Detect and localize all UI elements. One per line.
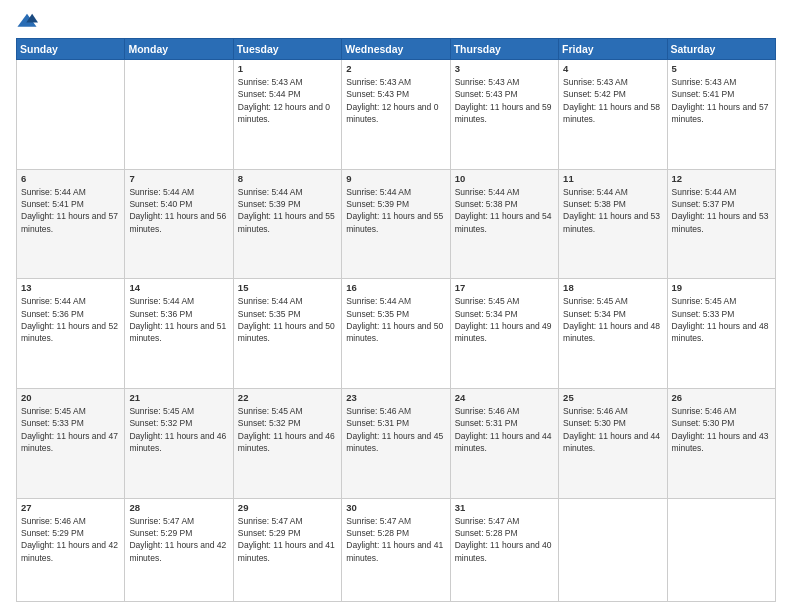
day-info: Sunrise: 5:44 AMSunset: 5:37 PMDaylight:… xyxy=(672,186,771,235)
calendar-cell: 5Sunrise: 5:43 AMSunset: 5:41 PMDaylight… xyxy=(667,60,775,170)
day-number: 24 xyxy=(455,392,554,403)
day-number: 18 xyxy=(563,282,662,293)
day-number: 3 xyxy=(455,63,554,74)
calendar-cell: 26Sunrise: 5:46 AMSunset: 5:30 PMDayligh… xyxy=(667,389,775,499)
calendar-cell: 22Sunrise: 5:45 AMSunset: 5:32 PMDayligh… xyxy=(233,389,341,499)
day-info: Sunrise: 5:45 AMSunset: 5:33 PMDaylight:… xyxy=(21,405,120,454)
day-number: 16 xyxy=(346,282,445,293)
day-number: 26 xyxy=(672,392,771,403)
day-number: 31 xyxy=(455,502,554,513)
calendar-cell: 20Sunrise: 5:45 AMSunset: 5:33 PMDayligh… xyxy=(17,389,125,499)
day-number: 15 xyxy=(238,282,337,293)
calendar-cell: 25Sunrise: 5:46 AMSunset: 5:30 PMDayligh… xyxy=(559,389,667,499)
day-number: 17 xyxy=(455,282,554,293)
day-info: Sunrise: 5:44 AMSunset: 5:35 PMDaylight:… xyxy=(346,295,445,344)
calendar-cell: 11Sunrise: 5:44 AMSunset: 5:38 PMDayligh… xyxy=(559,169,667,279)
day-info: Sunrise: 5:44 AMSunset: 5:38 PMDaylight:… xyxy=(563,186,662,235)
day-number: 7 xyxy=(129,173,228,184)
calendar-cell: 16Sunrise: 5:44 AMSunset: 5:35 PMDayligh… xyxy=(342,279,450,389)
calendar-header-sunday: Sunday xyxy=(17,39,125,60)
calendar-header-friday: Friday xyxy=(559,39,667,60)
calendar-week-row: 13Sunrise: 5:44 AMSunset: 5:36 PMDayligh… xyxy=(17,279,776,389)
header xyxy=(16,12,776,30)
calendar-header-saturday: Saturday xyxy=(667,39,775,60)
day-info: Sunrise: 5:44 AMSunset: 5:41 PMDaylight:… xyxy=(21,186,120,235)
day-info: Sunrise: 5:43 AMSunset: 5:43 PMDaylight:… xyxy=(455,76,554,125)
day-number: 23 xyxy=(346,392,445,403)
day-info: Sunrise: 5:46 AMSunset: 5:30 PMDaylight:… xyxy=(563,405,662,454)
day-info: Sunrise: 5:44 AMSunset: 5:36 PMDaylight:… xyxy=(21,295,120,344)
calendar-page: SundayMondayTuesdayWednesdayThursdayFrid… xyxy=(0,0,792,612)
day-info: Sunrise: 5:45 AMSunset: 5:32 PMDaylight:… xyxy=(238,405,337,454)
logo-icon xyxy=(16,12,38,30)
day-number: 14 xyxy=(129,282,228,293)
calendar-cell: 24Sunrise: 5:46 AMSunset: 5:31 PMDayligh… xyxy=(450,389,558,499)
calendar-cell: 30Sunrise: 5:47 AMSunset: 5:28 PMDayligh… xyxy=(342,498,450,601)
day-info: Sunrise: 5:43 AMSunset: 5:42 PMDaylight:… xyxy=(563,76,662,125)
calendar-week-row: 27Sunrise: 5:46 AMSunset: 5:29 PMDayligh… xyxy=(17,498,776,601)
day-number: 6 xyxy=(21,173,120,184)
calendar-week-row: 20Sunrise: 5:45 AMSunset: 5:33 PMDayligh… xyxy=(17,389,776,499)
calendar-cell: 10Sunrise: 5:44 AMSunset: 5:38 PMDayligh… xyxy=(450,169,558,279)
calendar-header-row: SundayMondayTuesdayWednesdayThursdayFrid… xyxy=(17,39,776,60)
calendar-cell: 13Sunrise: 5:44 AMSunset: 5:36 PMDayligh… xyxy=(17,279,125,389)
calendar-cell: 2Sunrise: 5:43 AMSunset: 5:43 PMDaylight… xyxy=(342,60,450,170)
logo xyxy=(16,12,42,30)
calendar-cell: 29Sunrise: 5:47 AMSunset: 5:29 PMDayligh… xyxy=(233,498,341,601)
day-number: 29 xyxy=(238,502,337,513)
calendar-header-monday: Monday xyxy=(125,39,233,60)
day-info: Sunrise: 5:44 AMSunset: 5:39 PMDaylight:… xyxy=(346,186,445,235)
day-info: Sunrise: 5:47 AMSunset: 5:28 PMDaylight:… xyxy=(455,515,554,564)
calendar-cell: 8Sunrise: 5:44 AMSunset: 5:39 PMDaylight… xyxy=(233,169,341,279)
day-info: Sunrise: 5:44 AMSunset: 5:40 PMDaylight:… xyxy=(129,186,228,235)
calendar-cell: 31Sunrise: 5:47 AMSunset: 5:28 PMDayligh… xyxy=(450,498,558,601)
day-number: 21 xyxy=(129,392,228,403)
day-number: 20 xyxy=(21,392,120,403)
calendar-header-wednesday: Wednesday xyxy=(342,39,450,60)
calendar-cell: 6Sunrise: 5:44 AMSunset: 5:41 PMDaylight… xyxy=(17,169,125,279)
day-number: 19 xyxy=(672,282,771,293)
calendar-cell: 21Sunrise: 5:45 AMSunset: 5:32 PMDayligh… xyxy=(125,389,233,499)
day-number: 2 xyxy=(346,63,445,74)
calendar-week-row: 6Sunrise: 5:44 AMSunset: 5:41 PMDaylight… xyxy=(17,169,776,279)
calendar-cell: 15Sunrise: 5:44 AMSunset: 5:35 PMDayligh… xyxy=(233,279,341,389)
calendar-cell: 12Sunrise: 5:44 AMSunset: 5:37 PMDayligh… xyxy=(667,169,775,279)
day-info: Sunrise: 5:47 AMSunset: 5:29 PMDaylight:… xyxy=(238,515,337,564)
calendar-cell: 18Sunrise: 5:45 AMSunset: 5:34 PMDayligh… xyxy=(559,279,667,389)
day-info: Sunrise: 5:43 AMSunset: 5:43 PMDaylight:… xyxy=(346,76,445,125)
day-info: Sunrise: 5:45 AMSunset: 5:32 PMDaylight:… xyxy=(129,405,228,454)
day-number: 27 xyxy=(21,502,120,513)
day-number: 8 xyxy=(238,173,337,184)
day-info: Sunrise: 5:43 AMSunset: 5:44 PMDaylight:… xyxy=(238,76,337,125)
day-info: Sunrise: 5:46 AMSunset: 5:31 PMDaylight:… xyxy=(346,405,445,454)
day-info: Sunrise: 5:46 AMSunset: 5:31 PMDaylight:… xyxy=(455,405,554,454)
day-number: 28 xyxy=(129,502,228,513)
calendar-cell: 23Sunrise: 5:46 AMSunset: 5:31 PMDayligh… xyxy=(342,389,450,499)
calendar-cell xyxy=(667,498,775,601)
day-number: 22 xyxy=(238,392,337,403)
day-number: 5 xyxy=(672,63,771,74)
day-info: Sunrise: 5:44 AMSunset: 5:35 PMDaylight:… xyxy=(238,295,337,344)
calendar-cell: 27Sunrise: 5:46 AMSunset: 5:29 PMDayligh… xyxy=(17,498,125,601)
calendar-table: SundayMondayTuesdayWednesdayThursdayFrid… xyxy=(16,38,776,602)
day-number: 11 xyxy=(563,173,662,184)
day-info: Sunrise: 5:45 AMSunset: 5:34 PMDaylight:… xyxy=(455,295,554,344)
day-info: Sunrise: 5:45 AMSunset: 5:34 PMDaylight:… xyxy=(563,295,662,344)
calendar-cell: 7Sunrise: 5:44 AMSunset: 5:40 PMDaylight… xyxy=(125,169,233,279)
day-info: Sunrise: 5:44 AMSunset: 5:38 PMDaylight:… xyxy=(455,186,554,235)
calendar-cell: 1Sunrise: 5:43 AMSunset: 5:44 PMDaylight… xyxy=(233,60,341,170)
day-info: Sunrise: 5:46 AMSunset: 5:30 PMDaylight:… xyxy=(672,405,771,454)
day-info: Sunrise: 5:44 AMSunset: 5:36 PMDaylight:… xyxy=(129,295,228,344)
calendar-header-tuesday: Tuesday xyxy=(233,39,341,60)
day-number: 1 xyxy=(238,63,337,74)
calendar-header-thursday: Thursday xyxy=(450,39,558,60)
day-number: 13 xyxy=(21,282,120,293)
day-number: 9 xyxy=(346,173,445,184)
day-info: Sunrise: 5:45 AMSunset: 5:33 PMDaylight:… xyxy=(672,295,771,344)
day-number: 4 xyxy=(563,63,662,74)
day-number: 10 xyxy=(455,173,554,184)
day-info: Sunrise: 5:46 AMSunset: 5:29 PMDaylight:… xyxy=(21,515,120,564)
calendar-cell: 9Sunrise: 5:44 AMSunset: 5:39 PMDaylight… xyxy=(342,169,450,279)
calendar-cell: 14Sunrise: 5:44 AMSunset: 5:36 PMDayligh… xyxy=(125,279,233,389)
calendar-cell: 4Sunrise: 5:43 AMSunset: 5:42 PMDaylight… xyxy=(559,60,667,170)
